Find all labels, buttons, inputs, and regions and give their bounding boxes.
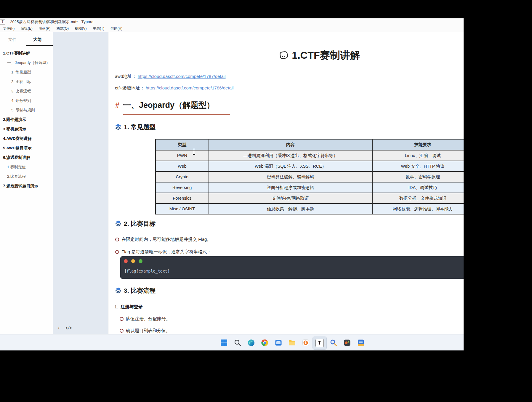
cell: 数学、密码学原理 bbox=[372, 172, 464, 182]
outline-item[interactable]: 4. 评分规则 bbox=[11, 98, 53, 103]
sidebar-tabs: 文件 大纲 bbox=[0, 35, 53, 46]
cell: Crypto bbox=[156, 172, 209, 182]
taskbar-app-docs[interactable] bbox=[354, 337, 368, 349]
list-number: 1. bbox=[114, 304, 118, 309]
awd-link[interactable]: https://cloud.dasctf.com/compete/1787/de… bbox=[138, 74, 226, 79]
main-area: 文件 大纲 1.CTF赛制讲解 一、Jeopardy（解题型） 1. 常见题型 … bbox=[0, 32, 464, 334]
traffic-light-dots bbox=[124, 259, 146, 264]
table-row: PWN 二进制漏洞利用（缓冲区溢出、格式化字符串等） Linux、汇编、调试 bbox=[156, 150, 464, 161]
goal-bullet: 在限定时间内，尽可能多地解题并提交 Flag。 bbox=[115, 237, 211, 242]
bullet-marker bbox=[115, 238, 119, 241]
doc-title: 1.CTF赛制讲解 bbox=[108, 49, 464, 62]
goal-bullet: Flag 是每道题唯一标识，通常为字符串格式： bbox=[115, 249, 211, 255]
cell: Web 漏洞（SQL 注入、XSS、RCE） bbox=[209, 161, 372, 172]
dark-app-icon bbox=[343, 339, 351, 347]
typora-icon: T bbox=[315, 339, 324, 347]
heading-goals: 2. 比赛目标 bbox=[115, 220, 156, 228]
outline-item[interactable]: 1. 常见题型 bbox=[11, 70, 53, 75]
table-row: Crypto 密码算法破解、编码解码 数学、密码学原理 bbox=[156, 172, 464, 182]
outline-item[interactable]: 1.CTF赛制讲解 bbox=[3, 51, 53, 56]
awd-label: awd地址： bbox=[115, 74, 137, 79]
ctf-link[interactable]: https://cloud.dasctf.com/compete/1786/de… bbox=[146, 85, 234, 90]
bullet-marker bbox=[115, 250, 119, 254]
ctf-link-line: ctf+渗透地址： https://cloud.dasctf.com/compe… bbox=[115, 85, 234, 91]
text-cursor-pointer bbox=[192, 148, 196, 155]
cell: Web 安全、HTTP 协议 bbox=[372, 161, 464, 172]
outline-item[interactable]: 4.AWD赛制讲解 bbox=[3, 136, 53, 141]
heading-jeopardy: #一、Jeopardy（解题型） bbox=[115, 100, 214, 110]
menu-help[interactable]: 帮助(H) bbox=[109, 25, 124, 32]
outline-item[interactable]: 1.赛制定位 bbox=[7, 164, 53, 169]
taskbar-search[interactable] bbox=[231, 337, 244, 349]
col-header-skill: 技能要求 bbox=[372, 139, 464, 150]
folder-icon bbox=[288, 339, 296, 347]
table-row: Web Web 漏洞（SQL 注入、XSS、RCE） Web 安全、HTTP 协… bbox=[156, 161, 464, 172]
taskbar-app-key[interactable] bbox=[327, 337, 340, 349]
cell: 逆向分析程序或加密逻辑 bbox=[209, 182, 372, 193]
menu-file[interactable]: 文件(F) bbox=[1, 25, 16, 32]
col-header-content: 内容 bbox=[209, 139, 372, 150]
cell: 数据分析、文件格式知识 bbox=[372, 193, 464, 204]
ordered-list-item: 1.注册与登录 bbox=[114, 304, 143, 310]
taskbar-app-dark[interactable] bbox=[340, 337, 354, 349]
outline-item[interactable]: 5. 限制与规则 bbox=[11, 108, 53, 113]
menu-edit[interactable]: 编辑(E) bbox=[19, 25, 34, 32]
outline-item[interactable]: 2. 比赛目标 bbox=[11, 79, 53, 84]
outline-item[interactable]: 2.附件题演示 bbox=[3, 117, 53, 122]
code-block[interactable]: flag{example_text} bbox=[120, 256, 464, 279]
document-area[interactable]: 1.CTF赛制讲解 awd地址： https://cloud.dasctf.co… bbox=[108, 32, 464, 334]
outline-item[interactable]: 3. 比赛流程 bbox=[11, 89, 53, 94]
heading-underline bbox=[123, 114, 230, 115]
menu-theme[interactable]: 主题(T) bbox=[91, 25, 106, 32]
cell: Misc / OSINT bbox=[156, 204, 209, 214]
typora-window: T 2025蒙古马杯赛制讲解和例题演示.md* - Typora 文件(F) 编… bbox=[0, 18, 464, 350]
source-code-mode-icon[interactable]: </> bbox=[65, 326, 72, 330]
taskbar-chrome[interactable] bbox=[258, 337, 272, 349]
awd-link-line: awd地址： https://cloud.dasctf.com/compete/… bbox=[115, 74, 226, 79]
taskbar-app-orange[interactable] bbox=[299, 337, 313, 349]
sidebar: 文件 大纲 1.CTF赛制讲解 一、Jeopardy（解题型） 1. 常见题型 … bbox=[0, 32, 53, 334]
menu-view[interactable]: 视图(V) bbox=[73, 25, 88, 32]
title-bar: T 2025蒙古马杯赛制讲解和例题演示.md* - Typora bbox=[0, 18, 464, 25]
heading-common-types: 1. 常见题型 bbox=[115, 123, 156, 131]
outline-item[interactable]: 7.渗透测试题目演示 bbox=[3, 183, 53, 188]
layers-icon bbox=[115, 124, 121, 130]
layers-icon bbox=[115, 220, 121, 227]
outline-item[interactable]: 一、Jeopardy（解题型） bbox=[7, 60, 53, 65]
sidebar-footer: ‹ </> bbox=[57, 325, 76, 330]
menu-format[interactable]: 格式(O) bbox=[55, 25, 70, 32]
process-bullet: 确认题目列表和分值。 bbox=[120, 328, 170, 334]
menu-paragraph[interactable]: 段落(P) bbox=[37, 25, 52, 32]
taskbar-app-window[interactable] bbox=[272, 337, 285, 349]
start-button[interactable] bbox=[217, 337, 231, 349]
cell: 文件/内存/网络取证 bbox=[209, 193, 372, 204]
tab-files[interactable]: 文件 bbox=[8, 37, 17, 42]
outline-list: 1.CTF赛制讲解 一、Jeopardy（解题型） 1. 常见题型 2. 比赛目… bbox=[0, 51, 53, 193]
sidebar-panel: ‹ </> bbox=[53, 32, 108, 334]
outline-item[interactable]: 2.比赛流程 bbox=[7, 174, 53, 179]
app-window-icon bbox=[275, 339, 282, 347]
yellow-dot-icon bbox=[131, 259, 135, 263]
collapse-sidebar-icon[interactable]: ‹ bbox=[57, 326, 60, 330]
title-emoji-icon bbox=[279, 50, 289, 60]
outline-item[interactable]: 3.靶机题演示 bbox=[3, 126, 53, 132]
bullet-marker bbox=[120, 317, 124, 321]
cell: Forensics bbox=[156, 193, 209, 204]
cell: Linux、汇编、调试 bbox=[372, 150, 464, 161]
outline-item[interactable]: 5.AWD题目演示 bbox=[3, 145, 53, 150]
orange-arrow-app-icon bbox=[302, 339, 310, 347]
tab-outline[interactable]: 大纲 bbox=[33, 37, 41, 42]
code-line: flag{example_text} bbox=[125, 269, 170, 273]
ctf-label: ctf+渗透地址： bbox=[115, 85, 145, 90]
edge-browser-icon bbox=[247, 339, 255, 347]
taskbar: T bbox=[0, 334, 464, 350]
taskbar-file-explorer[interactable] bbox=[285, 337, 299, 349]
taskbar-edge[interactable] bbox=[244, 337, 258, 349]
outline-item[interactable]: 6.渗透赛制讲解 bbox=[3, 155, 53, 160]
layers-icon bbox=[115, 287, 121, 294]
taskbar-typora-active[interactable]: T bbox=[313, 337, 327, 350]
cell: Web bbox=[156, 161, 209, 172]
bullet-marker bbox=[120, 329, 124, 333]
cell: IDA、调试技巧 bbox=[372, 182, 464, 193]
document-icon: T bbox=[0, 19, 5, 25]
